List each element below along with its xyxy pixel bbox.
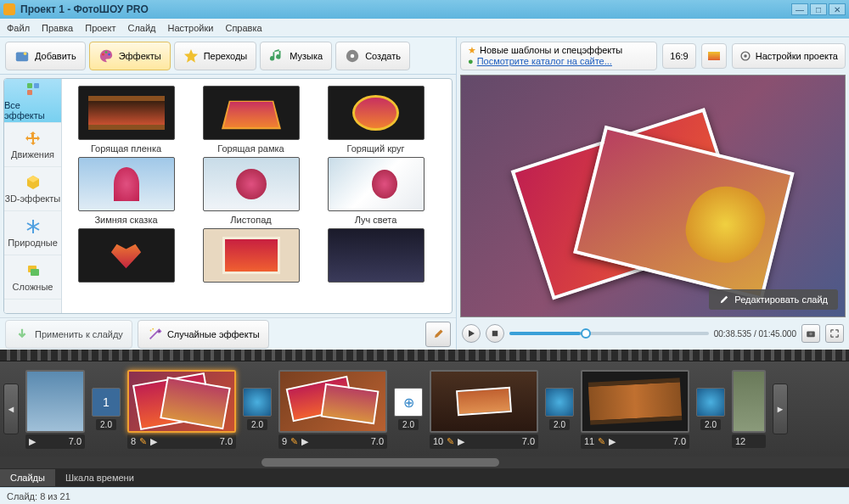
snapshot-button[interactable] [801,324,820,343]
filmstrip-decoration [0,350,849,361]
effect-item[interactable]: Горящий круг [318,86,433,154]
disc-icon [345,48,360,64]
svg-rect-8 [34,83,39,88]
effect-item[interactable]: Луч света [318,157,433,225]
menu-project[interactable]: Проект [85,23,115,33]
cat-nature[interactable]: Природные [4,211,61,255]
left-pane: Добавить Эффекты Переходы Музыка Создать [0,37,457,350]
music-button[interactable]: Музыка [260,42,332,70]
add-button[interactable]: Добавить [5,42,86,70]
fullscreen-button[interactable] [825,324,844,343]
svg-rect-9 [27,90,32,95]
aspect-label: 16:9 [670,51,688,61]
effect-item[interactable] [318,228,433,286]
cat-3d-label: 3D-эффекты [5,193,60,204]
slide-number: 11 [584,436,594,446]
timeline-slide[interactable]: 12 [732,370,766,448]
timeline-slide[interactable]: 10✎▶7.0 [430,370,538,449]
color-swatch-icon [708,52,720,60]
random-label: Случайные эффекты [167,329,260,339]
brush-button[interactable] [425,322,451,347]
effect-item[interactable]: Листопад [194,157,308,225]
effect-item[interactable]: Горящая рамка [194,86,308,154]
layers-icon [25,262,42,279]
stop-button[interactable] [486,324,504,343]
maximize-button[interactable]: □ [810,3,827,15]
right-pane: ★Новые шаблоны и спецэффекты ●Посмотрите… [457,37,849,350]
svg-point-3 [104,51,107,53]
menu-edit[interactable]: Правка [42,23,73,33]
menu-settings[interactable]: Настройки [168,23,214,33]
menu-file[interactable]: Файл [7,23,30,33]
tab-slides[interactable]: Слайды [0,469,55,486]
play-button[interactable] [462,324,481,343]
cat-3d[interactable]: 3D-эффекты [4,167,61,211]
main-toolbar: Добавить Эффекты Переходы Музыка Создать [0,37,456,75]
timeline-transition[interactable]: 2.0 [243,388,272,430]
effect-label: Листопад [230,215,271,225]
effect-label: Луч света [355,215,397,225]
cat-motion-label: Движения [11,149,54,160]
cat-complex-label: Сложные [13,282,53,292]
timeline-transition[interactable]: 2.0 [696,388,725,430]
arrow-down-icon [14,327,30,342]
apply-label: Применить к слайду [35,329,123,339]
pencil-icon [719,294,729,305]
slide-number: 8 [131,436,136,446]
color-button[interactable] [701,43,727,69]
timeline-next[interactable]: ► [773,384,788,434]
apply-button[interactable]: Применить к слайду [5,320,132,349]
svg-point-13 [152,328,154,329]
app-icon [3,3,15,15]
transitions-button[interactable]: Переходы [174,42,257,70]
tab-timescale[interactable]: Шкала времени [55,469,144,486]
create-button[interactable]: Создать [335,42,410,70]
timeline-prev[interactable]: ◄ [3,384,19,434]
seek-bar[interactable] [509,332,709,335]
effects-grid[interactable]: Горящая пленка Горящая рамка Горящий кру… [62,79,452,313]
timeline-tabs: Слайды Шкала времени [0,468,849,487]
svg-point-18 [809,333,812,336]
transition-duration: 2.0 [247,419,267,430]
timeline-slide[interactable]: 9✎▶7.0 [278,370,387,449]
camera-icon [806,328,816,339]
aspect-button[interactable]: 16:9 [662,43,695,69]
effects-button[interactable]: Эффекты [89,42,171,70]
svg-point-2 [102,53,104,55]
minimize-button[interactable]: — [791,3,808,15]
menu-slide[interactable]: Слайд [127,23,155,33]
cat-motion[interactable]: Движения [4,123,61,167]
effect-item[interactable]: Зимняя сказка [69,157,183,225]
settings-label: Настройки проекта [756,51,838,61]
effect-item[interactable] [194,228,308,286]
timeline-track[interactable]: ◄ ▶7.0 12.0 8✎▶7.0 2.0 9✎▶7.0 ⊕2.0 10✎▶7… [0,361,849,456]
timeline-scrollbar[interactable] [0,456,849,468]
cat-all[interactable]: Все эффекты [4,79,61,123]
statusbar: Слайд: 8 из 21 [0,487,849,504]
edit-slide-button[interactable]: Редактировать слайд [709,289,838,310]
timeline-transition[interactable]: 12.0 [92,388,121,430]
random-button[interactable]: Случайные эффекты [138,320,269,349]
effect-label: Горящий круг [346,143,404,154]
menu-help[interactable]: Справка [225,23,261,33]
timeline-transition[interactable]: 2.0 [545,388,574,430]
project-settings-button[interactable]: Настройки проекта [732,43,846,69]
status-text: Слайд: 8 из 21 [7,491,70,501]
cat-all-label: Все эффекты [4,100,61,120]
play-icon [467,329,475,338]
stop-icon [492,330,498,337]
slide-number: 9 [282,436,287,446]
timeline-slide[interactable]: 8✎▶7.0 [127,370,236,449]
info-link[interactable]: Посмотрите каталог на сайте... [477,56,612,67]
music-note-icon [269,48,284,64]
close-button[interactable]: ✕ [829,3,846,15]
fullscreen-icon [829,328,840,339]
cat-complex[interactable]: Сложные [4,255,61,300]
timeline-slide[interactable]: ▶7.0 [25,370,85,449]
timeline-transition[interactable]: ⊕2.0 [394,388,423,430]
effect-item[interactable] [69,228,183,286]
arrows-icon [25,130,42,147]
effect-label: Зимняя сказка [94,215,157,225]
effect-item[interactable]: Горящая пленка [69,86,183,154]
timeline-slide[interactable]: 11✎▶7.0 [581,370,689,449]
